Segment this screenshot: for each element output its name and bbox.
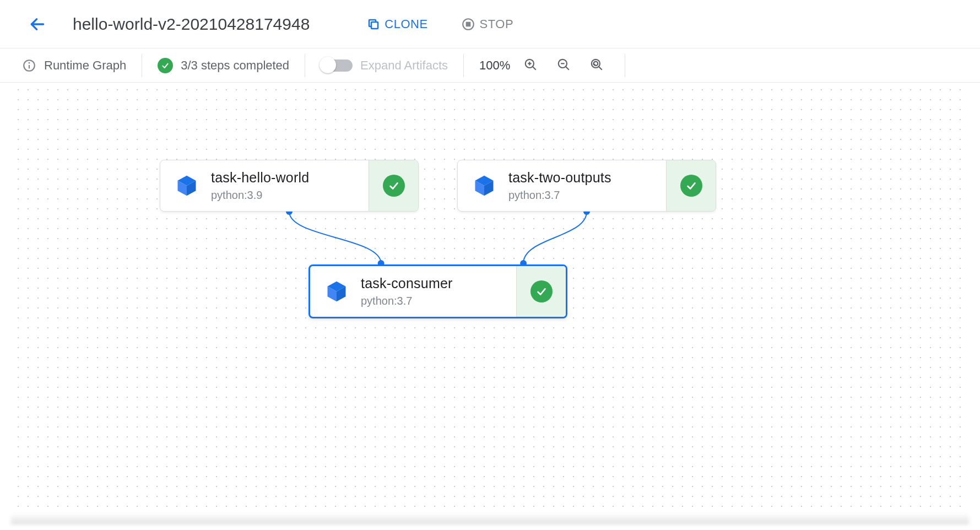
header: hello-world-v2-20210428174948 CLONE STOP <box>0 0 980 48</box>
check-icon <box>680 175 702 197</box>
svg-point-6 <box>29 62 30 63</box>
node-content: task-hello-worldpython:3.9 <box>160 170 369 202</box>
back-button[interactable] <box>26 13 48 35</box>
zoom-in-icon <box>523 57 538 72</box>
expand-artifacts-toggle[interactable]: Expand Artifacts <box>305 54 463 77</box>
header-actions: CLONE STOP <box>367 17 513 31</box>
separator <box>625 54 625 77</box>
node-name: task-two-outputs <box>508 170 611 186</box>
clone-button[interactable]: CLONE <box>367 17 427 31</box>
runtime-graph-label: Runtime Graph <box>44 58 126 73</box>
stop-label: STOP <box>480 17 514 31</box>
cube-icon <box>472 174 496 198</box>
info-icon <box>22 58 36 73</box>
frame-shadow <box>11 513 969 524</box>
zoom-reset-button[interactable] <box>584 57 609 74</box>
svg-line-8 <box>533 66 536 69</box>
node-content: task-consumerpython:3.7 <box>310 275 516 307</box>
zoom-out-icon <box>556 57 571 72</box>
graph-node-task-two-outputs[interactable]: task-two-outputspython:3.7 <box>457 160 716 212</box>
node-text: task-hello-worldpython:3.9 <box>211 170 309 202</box>
zoom-controls: 100% <box>464 54 625 77</box>
node-subtitle: python:3.7 <box>361 295 453 307</box>
expand-artifacts-label: Expand Artifacts <box>360 58 448 73</box>
stop-icon <box>461 17 475 31</box>
zoom-in-button[interactable] <box>518 57 543 74</box>
steps-status: 3/3 steps completed <box>142 54 305 77</box>
svg-point-14 <box>592 59 600 67</box>
node-subtitle: python:3.7 <box>508 189 611 202</box>
stop-button[interactable]: STOP <box>461 17 514 31</box>
zoom-reset-icon <box>589 57 604 72</box>
graph-node-task-consumer[interactable]: task-consumerpython:3.7 <box>308 264 567 318</box>
svg-rect-1 <box>371 22 378 29</box>
toggle-switch[interactable] <box>321 60 353 72</box>
graph-canvas[interactable]: task-hello-worldpython:3.9task-two-outpu… <box>11 83 969 513</box>
svg-line-12 <box>566 66 569 69</box>
page-title: hello-world-v2-20210428174948 <box>73 15 310 34</box>
arrow-left-icon <box>29 15 46 33</box>
graph-node-task-hello-world[interactable]: task-hello-worldpython:3.9 <box>160 160 419 212</box>
node-text: task-consumerpython:3.7 <box>361 275 453 307</box>
node-status <box>516 266 566 317</box>
zoom-out-button[interactable] <box>551 57 576 74</box>
toolbar: Runtime Graph 3/3 steps completed Expand… <box>0 48 980 83</box>
svg-line-15 <box>599 66 602 69</box>
node-subtitle: python:3.9 <box>211 189 309 202</box>
steps-status-text: 3/3 steps completed <box>181 58 289 73</box>
clone-label: CLONE <box>385 17 427 31</box>
check-icon <box>158 58 173 73</box>
node-name: task-consumer <box>361 275 453 291</box>
runtime-graph-tab[interactable]: Runtime Graph <box>22 54 142 77</box>
check-icon <box>530 280 553 302</box>
svg-rect-3 <box>466 22 470 26</box>
node-status <box>666 160 716 211</box>
cube-icon <box>175 174 199 198</box>
zoom-level: 100% <box>479 58 510 73</box>
check-icon <box>383 175 405 197</box>
node-content: task-two-outputspython:3.7 <box>458 170 666 202</box>
node-text: task-two-outputspython:3.7 <box>508 170 611 202</box>
clone-icon <box>367 18 380 31</box>
cube-icon <box>324 279 349 304</box>
node-status <box>369 160 418 211</box>
node-name: task-hello-world <box>211 170 309 186</box>
